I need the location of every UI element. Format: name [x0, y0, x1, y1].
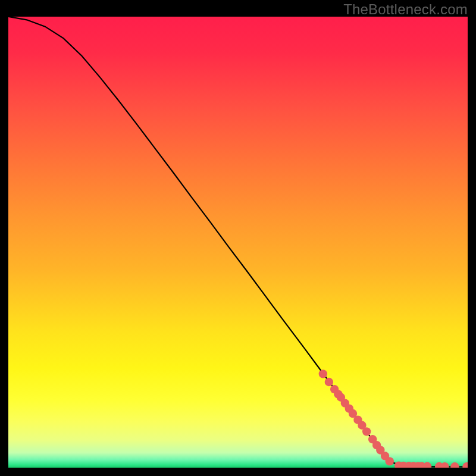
plot-background — [8, 17, 468, 468]
data-point — [319, 369, 327, 378]
data-point — [362, 427, 371, 436]
watermark-text: TheBottleneck.com — [343, 1, 468, 18]
chart-plot — [8, 17, 468, 468]
data-point — [325, 378, 333, 386]
chart-frame: TheBottleneck.com — [0, 0, 476, 476]
data-point — [386, 457, 394, 465]
